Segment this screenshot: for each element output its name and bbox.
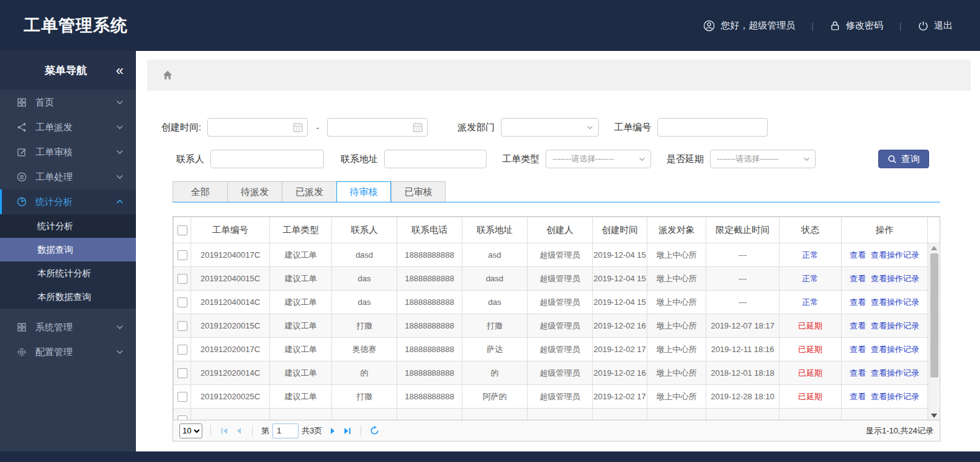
checkbox-cell (174, 314, 191, 338)
column-header: 联系人 (332, 217, 397, 243)
status-badge: 正常 (802, 297, 819, 307)
status-badge: 正常 (802, 274, 819, 283)
vertical-scrollbar[interactable] (928, 243, 939, 420)
create-time-start-input[interactable] (207, 118, 308, 137)
sidebar-item-label: 工单审核 (35, 147, 73, 158)
target-cell: 墩上中心所 (647, 267, 706, 291)
create-time-cell: 2019-12-04 15 (593, 267, 647, 291)
target-cell: 墩上中心所 (647, 291, 706, 314)
view-log-link[interactable]: 查看操作记录 (871, 274, 919, 283)
tab-pending-review[interactable]: 待审核 (336, 181, 391, 202)
sidebar-item-review[interactable]: 工单审核 (0, 140, 136, 165)
delay-select[interactable]: -------请选择------- (710, 150, 816, 168)
view-log-link[interactable]: 查看操作记录 (871, 250, 919, 260)
checkbox-cell (174, 385, 191, 409)
view-link[interactable]: 查看 (850, 274, 866, 283)
breadcrumb (147, 60, 971, 91)
next-page-button[interactable] (328, 427, 337, 435)
sidebar-item-home[interactable]: 首页 (0, 90, 136, 115)
row-checkbox[interactable] (178, 250, 187, 260)
grid-icon (17, 322, 27, 333)
row-checkbox[interactable] (178, 345, 187, 355)
first-page-button[interactable] (220, 427, 228, 435)
order-type-select[interactable]: -------请选择------- (546, 150, 651, 168)
last-page-button[interactable] (343, 427, 352, 435)
page-number-input[interactable] (272, 424, 299, 438)
checkbox-header-cell (174, 217, 191, 243)
create-time-cell: 2019-12-02 16 (593, 314, 647, 338)
logout-button[interactable]: 退出 (918, 20, 953, 32)
sidebar-item-config[interactable]: 配置管理 (0, 340, 136, 365)
prev-page-button[interactable] (235, 427, 243, 435)
row-checkbox[interactable] (178, 368, 187, 378)
table-row: 201912040014C建议工单das18888888888das超级管理员2… (174, 291, 940, 314)
row-checkbox[interactable] (178, 415, 187, 420)
collapse-sidebar-icon[interactable]: « (116, 64, 124, 78)
contact-input[interactable] (210, 150, 324, 168)
deadline-cell: 2019-12-28 18:10 (706, 385, 780, 409)
checkbox-cell (174, 361, 191, 385)
power-icon (918, 20, 928, 31)
empty-cell (780, 409, 842, 421)
search-button[interactable]: 查询 (878, 150, 929, 168)
scroll-down-icon[interactable] (931, 414, 937, 418)
change-password-button[interactable]: 修改密码 (830, 20, 883, 32)
status-cell: 正常 (780, 291, 842, 314)
tab-dispatched[interactable]: 已派发 (282, 181, 336, 202)
scrollbar-thumb[interactable] (930, 253, 938, 378)
view-link[interactable]: 查看 (850, 392, 866, 401)
address-input[interactable] (384, 150, 487, 168)
divider (361, 425, 361, 437)
view-link[interactable]: 查看 (850, 297, 866, 307)
view-log-link[interactable]: 查看操作记录 (871, 368, 919, 378)
sidebar-subitem-local-stat-analysis[interactable]: 本所统计分析 (0, 261, 136, 285)
column-header: 创建人 (528, 217, 593, 243)
scroll-up-icon[interactable] (931, 246, 937, 250)
view-link[interactable]: 查看 (850, 368, 866, 378)
select-all-checkbox[interactable] (178, 225, 187, 235)
actions-cell: 查看查看操作记录 (842, 361, 928, 385)
sidebar-subitem-data-query[interactable]: 数据查询 (0, 238, 136, 261)
order-no-cell: 201912040014C (191, 291, 270, 314)
row-checkbox[interactable] (178, 321, 187, 331)
sidebar-subitem-stat-analysis[interactable]: 统计分析 (0, 214, 136, 238)
order-no-cell: 201912040015C (191, 267, 270, 291)
create-time-end-input[interactable] (327, 118, 428, 137)
tab-reviewed[interactable]: 已审核 (391, 181, 446, 202)
search-button-label: 查询 (901, 153, 920, 165)
creator-cell: 超级管理员 (528, 385, 593, 409)
home-icon[interactable] (162, 70, 173, 81)
refresh-icon[interactable] (370, 426, 379, 435)
page-size-select[interactable]: 10 (179, 424, 202, 438)
sidebar-item-dispatch[interactable]: 工单派发 (0, 115, 136, 140)
tab-to-dispatch[interactable]: 待派发 (227, 181, 282, 202)
view-log-link[interactable]: 查看操作记录 (871, 297, 919, 307)
sidebar-item-system[interactable]: 系统管理 (0, 315, 136, 340)
creator-cell: 超级管理员 (528, 267, 593, 291)
sidebar-item-statistics[interactable]: 统计分析 (0, 189, 136, 214)
sidebar-subitem-local-data-query[interactable]: 本所数据查询 (0, 285, 136, 309)
status-badge: 已延期 (798, 392, 822, 401)
order-no-input[interactable] (657, 118, 768, 137)
sidebar-title: 菜单导航 (45, 63, 87, 78)
tab-all[interactable]: 全部 (173, 181, 227, 202)
view-link[interactable]: 查看 (850, 250, 866, 260)
column-header: 工单编号 (191, 217, 270, 243)
address-label: 联系地址 (341, 153, 378, 165)
empty-cell (842, 409, 928, 421)
row-checkbox[interactable] (178, 274, 187, 284)
status-badge: 已延期 (798, 321, 822, 330)
target-cell: 墩上中心所 (647, 361, 706, 385)
sidebar-item-process[interactable]: 工单处理 (0, 165, 136, 189)
view-log-link[interactable]: 查看操作记录 (871, 345, 919, 354)
view-link[interactable]: 查看 (850, 345, 866, 354)
row-checkbox[interactable] (178, 392, 187, 402)
row-checkbox[interactable] (178, 297, 187, 307)
user-greeting[interactable]: 您好，超级管理员 (703, 20, 795, 32)
view-link[interactable]: 查看 (850, 321, 866, 330)
dispatch-dept-select[interactable] (501, 118, 599, 137)
view-log-link[interactable]: 查看操作记录 (871, 321, 919, 330)
view-log-link[interactable]: 查看操作记录 (871, 392, 919, 401)
column-header: 操作 (842, 217, 928, 243)
divider (210, 425, 211, 437)
